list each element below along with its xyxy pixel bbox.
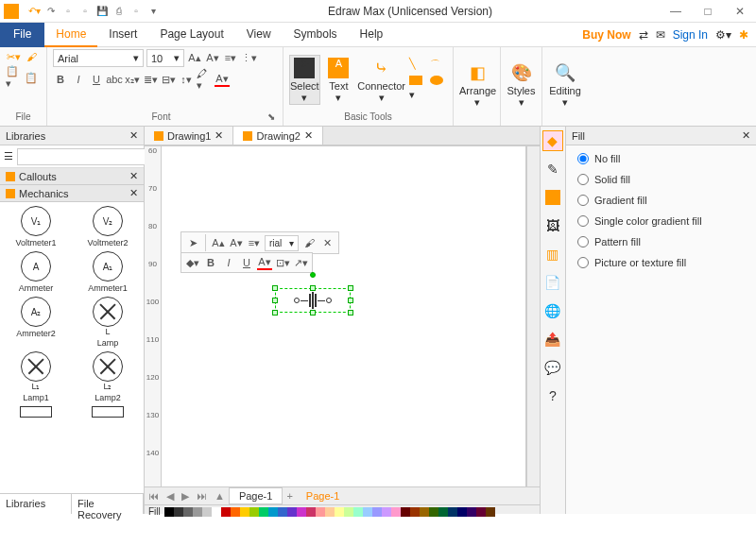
- tab-home[interactable]: Home: [44, 23, 97, 47]
- maximize-button[interactable]: □: [692, 0, 724, 23]
- color-swatch[interactable]: [306, 507, 316, 517]
- color-swatch[interactable]: [249, 507, 259, 517]
- shape-tool-icon[interactable]: [542, 187, 563, 208]
- spacing-icon[interactable]: ⋮▾: [241, 51, 256, 66]
- feedback-icon[interactable]: ✉: [656, 28, 665, 42]
- open-icon[interactable]: ▫: [77, 4, 93, 19]
- underline-icon[interactable]: U: [239, 255, 254, 270]
- paste-icon-2[interactable]: 📋: [24, 70, 39, 85]
- close-tab-icon[interactable]: ✕: [215, 129, 223, 142]
- fill-panel-close-icon[interactable]: ✕: [742, 129, 750, 142]
- shrink-font-icon[interactable]: A▾: [205, 51, 220, 66]
- ellipse-shape-icon[interactable]: [430, 76, 443, 85]
- app-suite-icon[interactable]: ✱: [739, 28, 748, 42]
- shape-ammeter2[interactable]: A₂Ammeter2: [4, 297, 68, 348]
- color-swatch[interactable]: [164, 507, 174, 517]
- floating-toolbar[interactable]: ➤ A▴ A▾ ≡▾ rial▾ 🖌 ✕: [180, 231, 339, 254]
- shape-ammeter1[interactable]: A₁Ammeter1: [76, 251, 140, 293]
- format-painter-icon[interactable]: 🖌: [301, 235, 317, 250]
- library-menu-icon[interactable]: ☰: [4, 150, 13, 162]
- libraries-close-icon[interactable]: ✕: [129, 129, 138, 142]
- color-swatch[interactable]: [202, 507, 212, 517]
- color-swatch[interactable]: [174, 507, 183, 517]
- page-last-icon[interactable]: ⏭: [193, 490, 211, 502]
- close-tab-icon[interactable]: ✕: [304, 129, 313, 142]
- undo-icon[interactable]: ↶▾: [26, 4, 42, 19]
- pointer-icon[interactable]: ➤: [185, 235, 200, 250]
- color-swatch[interactable]: [193, 507, 202, 517]
- color-swatch[interactable]: [438, 507, 448, 517]
- tab-help[interactable]: Help: [349, 23, 395, 47]
- more-shapes-icon[interactable]: ▾: [409, 89, 426, 101]
- fill-tool-icon[interactable]: ◆: [542, 130, 563, 151]
- color-swatch[interactable]: [212, 507, 221, 517]
- color-swatch[interactable]: [287, 507, 297, 517]
- sign-in-link[interactable]: Sign In: [673, 28, 708, 42]
- doc-tab-drawing1[interactable]: Drawing1✕: [145, 127, 233, 145]
- library-search-input[interactable]: [17, 148, 155, 165]
- subscript-icon[interactable]: x₂▾: [125, 72, 140, 87]
- redo-icon[interactable]: ↷: [43, 4, 59, 19]
- line-icon[interactable]: ⊡▾: [275, 255, 290, 270]
- italic-icon[interactable]: I: [221, 255, 236, 270]
- hyperlink-tool-icon[interactable]: 🌐: [542, 300, 563, 321]
- tab-symbols[interactable]: Symbols: [283, 23, 349, 47]
- share-icon[interactable]: ⇄: [639, 28, 648, 42]
- gear-icon[interactable]: ⚙▾: [715, 28, 731, 42]
- canvas[interactable]: ➤ A▴ A▾ ≡▾ rial▾ 🖌 ✕ ◆▾ B I U A▾ ⊡▾ ↗▾: [162, 146, 526, 486]
- buy-now-link[interactable]: Buy Now: [582, 28, 630, 42]
- color-swatch[interactable]: [221, 507, 231, 517]
- section-close-icon[interactable]: ✕: [129, 187, 138, 199]
- color-swatch[interactable]: [401, 507, 410, 517]
- image-tool-icon[interactable]: 🖼: [542, 215, 563, 236]
- color-swatch[interactable]: [344, 507, 353, 517]
- bold-icon[interactable]: B: [53, 72, 68, 87]
- color-swatch[interactable]: [372, 507, 382, 517]
- color-swatch[interactable]: [457, 507, 467, 517]
- line-tool-icon[interactable]: ✎: [542, 159, 563, 179]
- italic-icon[interactable]: I: [71, 72, 86, 87]
- color-swatch[interactable]: [353, 507, 363, 517]
- color-swatch[interactable]: [391, 507, 401, 517]
- color-swatch[interactable]: [316, 507, 325, 517]
- shape-lamp1[interactable]: L₁Lamp1: [4, 351, 68, 402]
- align-icon[interactable]: ≡▾: [223, 51, 238, 66]
- underline-icon[interactable]: U: [89, 72, 104, 87]
- shape-lamp2[interactable]: L₂Lamp2: [76, 351, 140, 402]
- font-size-select[interactable]: 10▾: [146, 49, 184, 67]
- strikethrough-icon[interactable]: abc: [107, 72, 122, 87]
- color-swatch[interactable]: [231, 507, 240, 517]
- bold-icon[interactable]: B: [203, 255, 218, 270]
- grow-font-icon[interactable]: A▴: [187, 51, 202, 66]
- arc-shape-icon[interactable]: ⌒: [430, 58, 447, 72]
- connector-icon[interactable]: ↗▾: [293, 255, 308, 270]
- fill-option-single-gradient[interactable]: Single color gradient fill: [577, 215, 745, 227]
- shrink-font-icon[interactable]: A▾: [229, 235, 244, 250]
- fill-option-pattern[interactable]: Pattern fill: [577, 236, 745, 247]
- color-swatch[interactable]: [240, 507, 249, 517]
- section-callouts[interactable]: Callouts: [19, 171, 57, 182]
- add-page-icon[interactable]: +: [283, 490, 296, 502]
- tab-view[interactable]: View: [235, 23, 283, 47]
- align-icon[interactable]: ≡▾: [247, 235, 262, 250]
- select-tool[interactable]: ➤Select▾: [289, 55, 320, 105]
- grow-font-icon[interactable]: A▴: [211, 235, 226, 250]
- format-painter-icon[interactable]: 🖌: [24, 49, 39, 64]
- color-swatch[interactable]: [325, 507, 335, 517]
- new-icon[interactable]: ▫: [60, 4, 76, 19]
- line-spacing-icon[interactable]: ↕▾: [179, 72, 194, 87]
- shape-blank2[interactable]: [76, 406, 140, 418]
- print-icon[interactable]: ⎙: [112, 4, 127, 19]
- paste-icon[interactable]: ✂▾: [6, 49, 21, 64]
- color-swatch[interactable]: [335, 507, 344, 517]
- color-swatch[interactable]: [486, 507, 495, 517]
- tab-libraries[interactable]: Libraries: [0, 494, 72, 514]
- shape-ammeter[interactable]: AAmmeter: [4, 251, 68, 293]
- font-preview[interactable]: rial▾: [265, 235, 299, 251]
- section-mechanics[interactable]: Mechanics: [19, 188, 69, 199]
- color-swatch[interactable]: [448, 507, 457, 517]
- font-color-icon[interactable]: A▾: [257, 255, 272, 270]
- color-swatch[interactable]: [410, 507, 420, 517]
- color-swatch[interactable]: [268, 507, 278, 517]
- floating-toolbar-2[interactable]: ◆▾ B I U A▾ ⊡▾ ↗▾: [180, 252, 313, 273]
